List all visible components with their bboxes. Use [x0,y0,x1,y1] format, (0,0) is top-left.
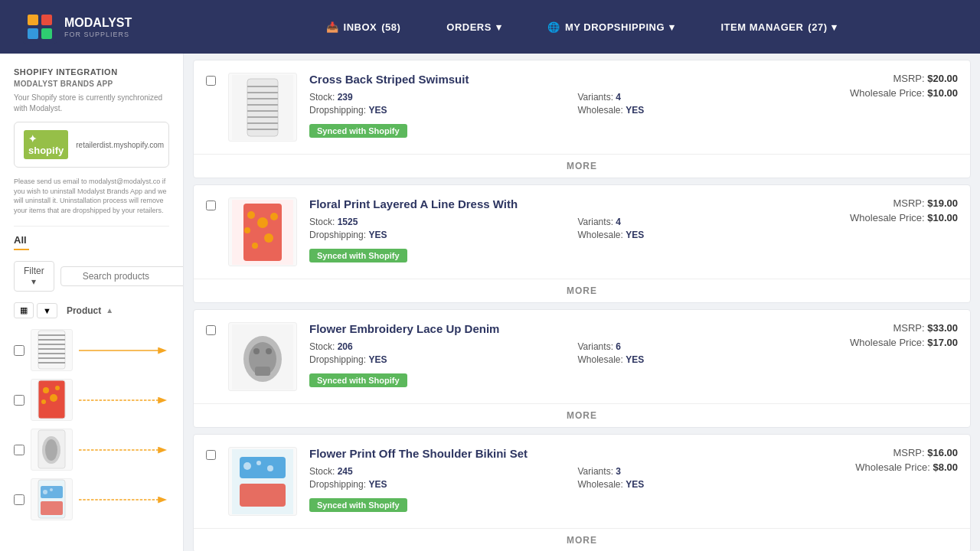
product-checkbox-3[interactable] [206,325,216,335]
wholesale-price-value-4: $8.00 [933,461,958,473]
wholesale-label-3: Wholesale: YES [578,354,824,365]
product-checkbox-1[interactable] [206,76,216,86]
product-price-1: MSRP: $20.00 Wholesale Price: $10.00 [835,73,958,102]
list-item [14,376,169,424]
view-list-button[interactable]: ▼ [37,303,57,318]
content-area: Cross Back Striped Swimsuit Stock: 239 V… [184,54,980,551]
arrow-2 [79,393,169,408]
product-image-3 [228,322,297,391]
modalyst-logo-icon [23,10,57,44]
stock-value-4: 245 [338,466,353,477]
dropshipping-value-3: YES [368,354,387,365]
stock-value-2: 1525 [338,217,358,227]
dropshipping-value-4: YES [368,479,387,490]
more-row-4[interactable]: MORE [194,528,970,551]
all-underline [14,249,29,250]
sidebar: SHOPIFY INTEGRATION MODALYST BRANDS APP … [0,54,184,551]
svg-point-45 [244,227,250,233]
product-info-1: Cross Back Striped Swimsuit Stock: 239 V… [309,73,823,138]
svg-point-46 [270,213,278,220]
product-card: Flower Embroidery Lace Up Denim Stock: 2… [193,309,971,428]
product-title-2: Floral Print Layered A Line Dress With [309,197,823,210]
synced-badge-2: Synced with Shopify [309,249,407,262]
dropshipping-label-3: Dropshipping: YES [309,354,555,365]
variants-label-4: Variants: 3 [578,466,824,477]
wholesale-price-line-2: Wholesale Price: $10.00 [835,212,958,223]
wholesale-price-line-4: Wholesale Price: $8.00 [835,461,958,473]
svg-point-28 [43,490,47,494]
inbox-count: (58) [381,21,400,33]
filter-row: Filter ▾ 🔍 [14,261,169,292]
product-info-2: Floral Print Layered A Line Dress With S… [309,197,823,262]
sidebar-checkbox-1[interactable] [14,345,24,356]
sidebar-thumb-4 [31,478,73,520]
filter-button[interactable]: Filter ▾ [14,261,54,292]
orders-label: ORDERS [446,21,492,33]
product-price-3: MSRP: $33.00 Wholesale Price: $17.00 [835,322,958,351]
product-col-header: Product [67,305,101,316]
product-checkbox-4[interactable] [206,450,216,460]
brands-app-label: MODALYST BRANDS APP [14,80,169,88]
product-card: Cross Back Striped Swimsuit Stock: 239 V… [193,60,971,178]
list-item [14,475,169,523]
dropshipping-label-4: Dropshipping: YES [309,479,555,490]
wholesale-price-line-1: Wholesale Price: $10.00 [835,87,958,99]
svg-point-23 [45,439,57,461]
product-meta-1: Stock: 239 Variants: 4 Dropshipping: YES… [309,92,823,116]
synced-badge-4: Synced with Shopify [309,498,407,512]
more-row-2[interactable]: MORE [194,279,970,302]
more-row-3[interactable]: MORE [194,403,970,427]
svg-rect-57 [240,484,286,507]
sidebar-checkbox-4[interactable] [14,494,24,505]
product-image-2 [228,197,297,266]
svg-rect-4 [28,28,38,39]
svg-point-47 [264,233,273,243]
variants-value-2: 4 [616,217,621,227]
filter-button-label: Filter ▾ [24,266,44,287]
product-card: Floral Print Layered A Line Dress With S… [193,184,971,303]
inbox-icon: 📥 [326,21,339,33]
svg-point-59 [256,461,261,465]
stock-label-4: Stock: 245 [309,466,555,477]
product-checkbox-2[interactable] [206,201,216,210]
shopify-integration-box: ✦ shopify retailerdist.myshopify.com [14,122,169,168]
nav-orders[interactable]: ORDERS ▾ [423,0,524,54]
all-filter-label[interactable]: All [14,234,169,246]
svg-point-17 [50,394,57,402]
dropshipping-value-2: YES [368,230,387,240]
nav-dropshipping[interactable]: 🌐 MY DROPSHIPPING ▾ [524,0,697,54]
nav-inbox[interactable]: 📥 INBOX(58) [303,0,423,54]
sidebar-checkbox-2[interactable] [14,395,24,406]
svg-rect-27 [41,501,63,515]
svg-point-16 [43,387,49,393]
svg-point-29 [50,488,53,491]
product-meta-3: Stock: 206 Variants: 6 Dropshipping: YES… [309,341,823,365]
sidebar-notice: Please send us email to modalyst@modalys… [14,177,169,215]
msrp-value-2: $19.00 [927,197,958,209]
app-header: MODALYST FOR SUPPLIERS 📥 INBOX(58) ORDER… [0,0,980,54]
product-price-2: MSRP: $19.00 Wholesale Price: $10.00 [835,197,958,227]
product-card-main-1: Cross Back Striped Swimsuit Stock: 239 V… [194,60,970,154]
arrow-4 [79,492,169,507]
item-manager-count: (27) [808,21,827,33]
svg-point-58 [243,462,251,470]
more-row-1[interactable]: MORE [194,154,970,178]
sidebar-checkbox-3[interactable] [14,445,24,455]
orders-chevron: ▾ [496,21,502,33]
list-item [14,425,169,474]
product-info-4: Flower Print Off The Shoulder Bikini Set… [309,447,823,512]
search-input[interactable] [60,266,184,286]
logo-text-group: MODALYST FOR SUPPLIERS [64,15,132,37]
logo-subtitle: FOR SUPPLIERS [64,31,132,38]
logo-area: MODALYST FOR SUPPLIERS [23,10,207,44]
sidebar-thumb-1 [31,329,73,371]
variants-value-1: 4 [616,92,621,103]
svg-rect-32 [247,79,278,136]
nav-item-manager[interactable]: ITEM MANAGER(27) ▾ [698,0,861,54]
globe-icon: 🌐 [547,21,560,33]
svg-point-60 [267,465,273,471]
view-grid-button[interactable]: ▦ [14,302,34,318]
product-info-3: Flower Embroidery Lace Up Denim Stock: 2… [309,322,823,387]
svg-rect-5 [41,28,52,39]
synced-badge-3: Synced with Shopify [309,373,407,387]
